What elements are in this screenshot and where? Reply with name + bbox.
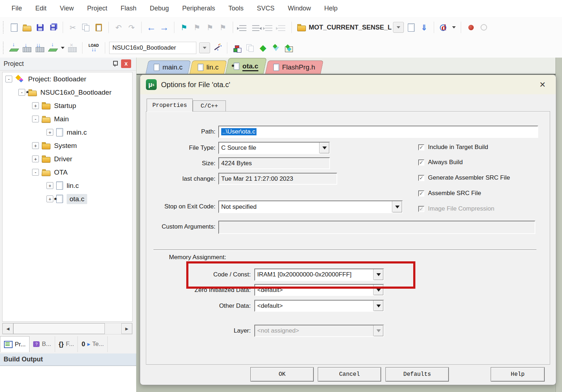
editor-tab-ota-c[interactable]: * ota.c — [225, 58, 267, 74]
undo-icon[interactable]: ↶ — [113, 22, 124, 33]
bookmark-flag-icon[interactable]: ⚑ — [178, 22, 190, 33]
tree-item-ota-c[interactable]: + * ota.c — [3, 192, 132, 206]
checkbox-always-build[interactable]: ✓ Always Build — [418, 159, 463, 166]
tree-item-main-group[interactable]: - Main — [3, 112, 132, 126]
editor-tab-flashprg-h[interactable]: FlashPrg.h — [265, 60, 324, 74]
expander-icon[interactable]: - — [32, 116, 39, 122]
options-for-target-icon[interactable] — [211, 42, 223, 54]
menu-item-flash[interactable]: Flash — [121, 5, 137, 12]
target-select[interactable]: NSUC16x0_Bootloader — [109, 42, 196, 54]
incremental-find-icon[interactable]: ⇓ — [418, 22, 430, 33]
dropdown-arrow-icon[interactable] — [319, 143, 329, 153]
expander-icon[interactable]: + — [46, 195, 53, 202]
nav-forward-icon[interactable]: → — [159, 22, 170, 33]
batch-build-dropdown-icon[interactable] — [60, 42, 65, 54]
menu-item-edit[interactable]: Edit — [35, 5, 46, 12]
bookmark-next-icon[interactable]: ⚑ — [204, 22, 216, 33]
checkbox-generate-assembler-src[interactable]: ✓ Generate Assembler SRC File — [418, 174, 510, 181]
new-file-icon[interactable] — [8, 22, 20, 33]
tab-books[interactable]: ? B... — [30, 336, 55, 352]
menu-item-debug[interactable]: Debug — [150, 5, 169, 12]
tree-item-main-c[interactable]: + main.c — [3, 126, 132, 139]
tree-item-nsuc16x0-bootloader[interactable]: - * NSUC16x0_Bootloader — [3, 86, 132, 99]
debug-dropdown-icon[interactable] — [451, 22, 457, 33]
pack-installer-icon[interactable] — [283, 42, 295, 54]
scroll-left-button[interactable]: ◀ — [3, 323, 13, 334]
tree-item-lin-c[interactable]: + lin.c — [3, 179, 132, 192]
scroll-right-button[interactable]: ▶ — [121, 323, 132, 334]
batch-build-icon[interactable] — [47, 42, 59, 54]
breakpoint-enable-icon[interactable] — [465, 22, 477, 33]
file-type-select[interactable]: C Source file — [218, 142, 330, 154]
menu-item-peripherals[interactable]: Peripherals — [182, 5, 215, 12]
copy-icon[interactable] — [80, 22, 92, 33]
path-input[interactable]: ..\User\ota.c — [218, 126, 538, 138]
menu-item-view[interactable]: View — [60, 5, 74, 12]
function-editor-icon[interactable]: ◆ — [257, 42, 269, 54]
multi-project-icon[interactable] — [244, 42, 256, 54]
cancel-button[interactable]: Cancel — [318, 367, 381, 382]
tree-item-project-bootloader[interactable]: - Project: Bootloader — [3, 72, 132, 86]
dialog-close-icon[interactable]: × — [537, 79, 548, 90]
rebuild-icon[interactable] — [34, 42, 46, 54]
expander-icon[interactable]: + — [46, 129, 53, 136]
menu-item-window[interactable]: Window — [288, 5, 311, 12]
open-folder-icon[interactable] — [21, 22, 33, 33]
checkbox-include-in-target-build[interactable]: ✓ Include in Target Build — [418, 144, 488, 151]
dialog-title-bar[interactable]: µs Options for File 'ota.c' × — [140, 75, 556, 94]
expander-icon[interactable]: + — [46, 182, 53, 189]
tree-item-driver[interactable]: + Driver — [3, 152, 132, 166]
expander-icon[interactable]: - — [32, 169, 39, 176]
stop-on-exit-select[interactable]: Not specified — [218, 200, 403, 213]
menu-item-file[interactable]: File — [12, 5, 22, 12]
build-output-header[interactable]: Build Output — [0, 353, 136, 366]
paste-icon[interactable] — [93, 22, 104, 33]
build-output-body[interactable] — [0, 366, 136, 392]
help-button[interactable]: Help — [491, 367, 545, 382]
save-all-icon[interactable] — [47, 22, 59, 33]
bookmark-clear-icon[interactable]: ⚑ — [217, 22, 229, 33]
manage-components-icon[interactable] — [231, 42, 243, 54]
save-icon[interactable] — [34, 22, 46, 33]
target-dropdown-button[interactable] — [393, 22, 404, 33]
indent-right-icon[interactable] — [250, 22, 262, 33]
current-target-label[interactable]: MOT_CURRENT_SENSE_L — [309, 24, 392, 31]
tab-templates[interactable]: 0 ▸ Te... — [78, 336, 108, 352]
tab-functions[interactable]: {} F... — [55, 336, 78, 352]
dropdown-arrow-icon[interactable] — [392, 201, 402, 212]
comment-icon[interactable] — [263, 22, 275, 33]
cut-icon[interactable]: ✂ — [67, 22, 79, 33]
menu-item-svcs[interactable]: SVCS — [257, 5, 275, 12]
tree-item-ota-group[interactable]: - OTA — [3, 166, 132, 179]
nav-back-icon[interactable]: ← — [146, 22, 157, 33]
expander-icon[interactable]: - — [18, 89, 25, 96]
editor-tab-main-c[interactable]: main.c — [146, 60, 191, 74]
debug-session-icon[interactable]: d — [438, 22, 450, 33]
target-select-dropdown-button[interactable] — [199, 42, 210, 53]
tab-project[interactable]: Pr... — [0, 336, 30, 352]
breakpoint-disable-icon[interactable] — [478, 22, 490, 33]
build-icon[interactable] — [21, 42, 33, 54]
download-load-icon[interactable]: LOAD↓↓ — [86, 42, 101, 54]
tree-item-system[interactable]: + System — [3, 139, 132, 152]
tab-properties[interactable]: Properties — [147, 99, 193, 112]
file-extensions-icon[interactable] — [270, 42, 282, 54]
ok-button[interactable]: OK — [250, 367, 314, 382]
other-data-select[interactable]: <default> — [254, 300, 384, 312]
checkbox-assemble-src-file[interactable]: ✓ Assemble SRC File — [418, 190, 481, 197]
expander-icon[interactable]: + — [32, 102, 39, 109]
scrollbar-thumb[interactable] — [13, 323, 105, 334]
file-search-icon[interactable] — [405, 22, 417, 33]
bookmark-prev-icon[interactable]: ⚑ — [191, 22, 203, 33]
editor-tab-lin-c[interactable]: lin.c — [189, 60, 227, 74]
close-panel-button[interactable]: x — [121, 59, 131, 68]
redo-icon[interactable]: ↷ — [126, 22, 137, 33]
uncomment-icon[interactable] — [276, 22, 287, 33]
expander-icon[interactable]: + — [32, 156, 39, 162]
stop-build-icon[interactable] — [67, 42, 78, 54]
defaults-button[interactable]: Defaults — [385, 367, 449, 382]
horizontal-scrollbar[interactable]: ◀ ▶ — [2, 323, 133, 334]
tree-item-startup[interactable]: + Startup — [3, 99, 132, 112]
expander-icon[interactable]: + — [32, 142, 39, 149]
dropdown-arrow-icon[interactable] — [373, 301, 383, 311]
